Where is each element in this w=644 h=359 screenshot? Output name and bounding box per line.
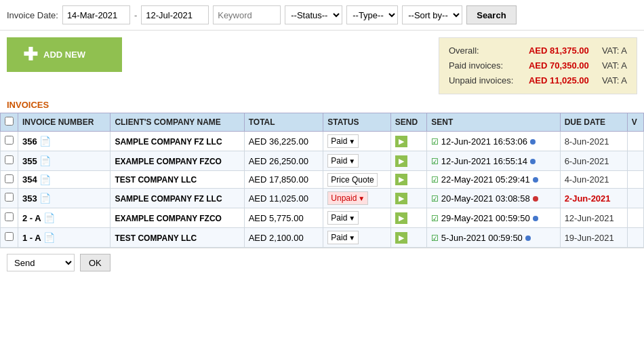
v-cell — [627, 208, 643, 228]
date-separator: - — [134, 10, 137, 20]
total-cell: AED 26,250.00 — [244, 151, 323, 171]
sent-date: 29-May-2021 00:59:50 — [441, 213, 530, 223]
send-cell: ▶ — [390, 189, 426, 208]
pdf-icon[interactable]: 📄 — [39, 174, 51, 185]
company-name-cell: SAMPLE COMPANY FZ LLC — [110, 189, 244, 208]
invoice-num-text: 353 — [22, 193, 37, 204]
invoice-number: 356📄 — [22, 136, 106, 147]
pdf-icon[interactable]: 📄 — [39, 155, 51, 166]
company-name-cell: EXAMPLE COMPANY FZCO — [110, 151, 244, 171]
chevron-down-icon[interactable]: ▼ — [348, 157, 355, 165]
sent-indicator-dot — [533, 177, 538, 183]
search-button[interactable]: Search — [466, 5, 516, 24]
date-from-input[interactable] — [62, 5, 130, 24]
unpaid-label: Unpaid invoices: — [449, 73, 523, 88]
select-all-checkbox[interactable] — [5, 117, 14, 126]
due-date-cell: 4-Jun-2021 — [560, 171, 627, 189]
total-cell: AED 36,225.00 — [244, 132, 323, 151]
row-select-checkbox[interactable] — [5, 136, 14, 145]
send-button[interactable]: ▶ — [395, 193, 407, 204]
keyword-input[interactable] — [213, 5, 281, 24]
pdf-icon[interactable]: 📄 — [39, 136, 51, 147]
sent-check-icon: ☑ — [431, 157, 439, 166]
status-cell: Paid ▼ — [323, 208, 391, 228]
invoice-number: 353📄 — [22, 193, 106, 204]
status-badge: Paid ▼ — [327, 134, 359, 148]
v-cell — [627, 171, 643, 189]
status-select[interactable]: --Status-- — [285, 5, 342, 24]
chevron-down-icon[interactable]: ▼ — [348, 214, 355, 222]
sent-check-icon: ☑ — [431, 194, 439, 204]
due-date-cell: 12-Jun-2021 — [560, 208, 627, 228]
pdf-icon[interactable]: 📄 — [43, 232, 55, 243]
send-cell: ▶ — [390, 228, 426, 248]
sent-cell: ☑ 12-Jun-2021 16:53:06 — [427, 132, 560, 151]
row-select-checkbox[interactable] — [5, 174, 14, 183]
status-badge: Paid ▼ — [327, 154, 359, 168]
due-date: 4-Jun-2021 — [565, 174, 609, 185]
paid-amount: AED 70,350.00 — [529, 58, 597, 73]
v-cell — [627, 189, 643, 208]
total-cell: AED 11,025.00 — [244, 189, 323, 208]
row-select-checkbox[interactable] — [5, 212, 14, 221]
total-cell: AED 2,100.00 — [244, 228, 323, 248]
pdf-icon[interactable]: 📄 — [43, 212, 55, 223]
header-v: V — [627, 113, 643, 132]
header-due-date: DUE DATE — [560, 113, 627, 132]
table-row: 356📄SAMPLE COMPANY FZ LLCAED 36,225.00Pa… — [1, 132, 644, 151]
row-checkbox — [1, 228, 18, 248]
table-row: 353📄SAMPLE COMPANY FZ LLCAED 11,025.00Un… — [1, 189, 644, 208]
type-select[interactable]: --Type-- — [346, 5, 398, 24]
send-button[interactable]: ▶ — [395, 212, 407, 224]
row-checkbox — [1, 151, 18, 171]
sent-date: 12-Jun-2021 16:53:06 — [441, 136, 527, 147]
plus-icon: ✚ — [23, 44, 38, 65]
total-cell: AED 17,850.00 — [244, 171, 323, 189]
sent-cell: ☑ 20-May-2021 03:08:58 — [427, 189, 560, 208]
send-button[interactable]: ▶ — [395, 174, 407, 185]
invoice-number-cell: 354📄 — [18, 171, 110, 189]
header-checkbox — [1, 113, 18, 132]
action-row: ✚ ADD NEW Overall: AED 81,375.00 VAT: A … — [0, 31, 644, 98]
company-name: SAMPLE COMPANY FZ LLC — [115, 194, 222, 204]
company-name: SAMPLE COMPANY FZ LLC — [115, 137, 222, 147]
sent-date: 22-May-2021 05:29:41 — [441, 174, 530, 185]
row-checkbox — [1, 171, 18, 189]
sent-check-icon: ☑ — [431, 233, 439, 243]
company-name-cell: EXAMPLE COMPANY FZCO — [110, 208, 244, 228]
due-date-cell: 2-Jun-2021 — [560, 189, 627, 208]
invoice-table: INVOICE NUMBER CLIENT'S COMPANY NAME TOT… — [0, 113, 644, 248]
paid-row: Paid invoices: AED 70,350.00 VAT: A — [449, 58, 627, 73]
chevron-down-icon[interactable]: ▼ — [358, 195, 365, 202]
add-new-button[interactable]: ✚ ADD NEW — [7, 37, 122, 72]
overall-amount: AED 81,375.00 — [529, 43, 597, 58]
invoice-number-cell: 355📄 — [18, 151, 110, 171]
table-row: 2 - A📄EXAMPLE COMPANY FZCOAED 5,775.00Pa… — [1, 208, 644, 228]
chevron-down-icon[interactable]: ▼ — [348, 138, 355, 145]
sent-check-icon: ☑ — [431, 175, 439, 185]
send-cell: ▶ — [390, 151, 426, 171]
status-cell: Paid ▼ — [323, 132, 391, 151]
send-button[interactable]: ▶ — [395, 136, 407, 147]
unpaid-vat: VAT: A — [602, 73, 627, 88]
status-badge: Price Quote — [327, 173, 377, 187]
pdf-icon[interactable]: 📄 — [39, 193, 51, 204]
ok-button[interactable]: OK — [80, 254, 110, 271]
send-button[interactable]: ▶ — [395, 232, 407, 244]
row-select-checkbox[interactable] — [5, 155, 14, 164]
sent-check-icon: ☑ — [431, 214, 439, 223]
sent-cell: ☑ 22-May-2021 05:29:41 — [427, 171, 560, 189]
invoice-tbody: 356📄SAMPLE COMPANY FZ LLCAED 36,225.00Pa… — [1, 132, 644, 248]
chevron-down-icon[interactable]: ▼ — [348, 234, 355, 242]
unpaid-row: Unpaid invoices: AED 11,025.00 VAT: A — [449, 73, 627, 88]
sort-select[interactable]: --Sort by-- — [402, 5, 462, 24]
send-button[interactable]: ▶ — [395, 155, 407, 167]
due-date-cell: 6-Jun-2021 — [560, 151, 627, 171]
add-new-label: ADD NEW — [43, 50, 85, 60]
send-select[interactable]: Send — [7, 254, 75, 271]
total-amount: AED 5,775.00 — [249, 213, 304, 223]
unpaid-amount: AED 11,025.00 — [529, 73, 597, 88]
row-select-checkbox[interactable] — [5, 232, 14, 241]
date-to-input[interactable] — [141, 5, 209, 24]
row-select-checkbox[interactable] — [5, 193, 14, 202]
